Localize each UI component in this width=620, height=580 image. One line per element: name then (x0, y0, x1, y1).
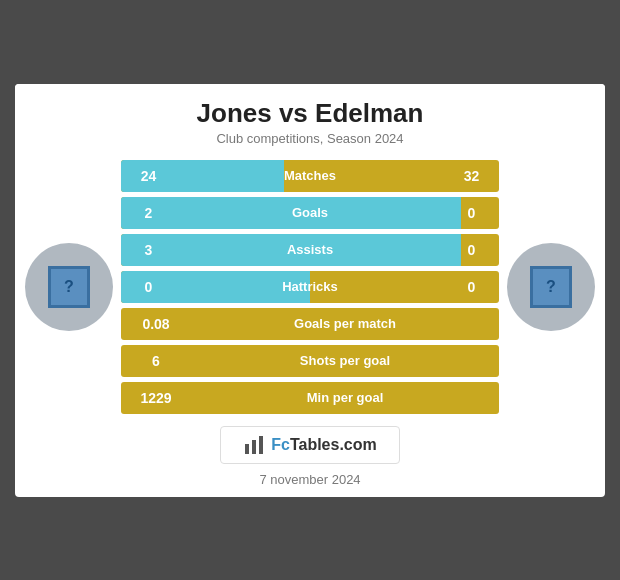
stat-val-left-goals: 2 (121, 197, 176, 229)
card-footer: FcTables.com 7 november 2024 (15, 426, 605, 487)
stat-row-goals: 2Goals0 (121, 197, 499, 229)
chart-icon (243, 434, 265, 456)
stat-row-min_per_goal: 1229Min per goal (121, 382, 499, 414)
footer-date: 7 november 2024 (259, 472, 360, 487)
branding-box: FcTables.com (220, 426, 400, 464)
player-left-placeholder: ? (64, 278, 74, 296)
stat-label-min_per_goal: Min per goal (191, 382, 499, 414)
stat-val-left-hattricks: 0 (121, 271, 176, 303)
card-subtitle: Club competitions, Season 2024 (25, 131, 595, 146)
player-left-icon: ? (48, 266, 90, 308)
stat-label-assists: Assists (176, 234, 444, 266)
stat-val-shots_per_goal: 6 (121, 345, 191, 377)
stat-row-matches: 24Matches32 (121, 160, 499, 192)
player-right-placeholder: ? (546, 278, 556, 296)
svg-rect-2 (259, 436, 263, 454)
stat-val-left-assists: 3 (121, 234, 176, 266)
stat-val-min_per_goal: 1229 (121, 382, 191, 414)
stat-val-goals_per_match: 0.08 (121, 308, 191, 340)
stat-val-right-assists: 0 (444, 234, 499, 266)
svg-rect-1 (252, 440, 256, 454)
comparison-card: Jones vs Edelman Club competitions, Seas… (15, 84, 605, 497)
stat-label-hattricks: Hattricks (176, 271, 444, 303)
svg-rect-0 (245, 444, 249, 454)
stat-label-shots_per_goal: Shots per goal (191, 345, 499, 377)
page-wrapper: Jones vs Edelman Club competitions, Seas… (0, 0, 620, 580)
stat-label-goals: Goals (176, 197, 444, 229)
card-header: Jones vs Edelman Club competitions, Seas… (15, 84, 605, 154)
stat-row-shots_per_goal: 6Shots per goal (121, 345, 499, 377)
players-and-stats: ? 24Matches322Goals03Assists00Hattricks0… (15, 154, 605, 420)
card-title: Jones vs Edelman (25, 98, 595, 129)
stat-val-right-goals: 0 (444, 197, 499, 229)
stat-row-hattricks: 0Hattricks0 (121, 271, 499, 303)
stat-val-right-matches: 32 (444, 160, 499, 192)
stat-row-goals_per_match: 0.08Goals per match (121, 308, 499, 340)
player-left-avatar: ? (25, 243, 113, 331)
player-right-avatar: ? (507, 243, 595, 331)
stat-row-assists: 3Assists0 (121, 234, 499, 266)
stat-val-left-matches: 24 (121, 160, 176, 192)
branding-text: FcTables.com (271, 436, 377, 454)
branding-tables: Tables.com (290, 436, 377, 453)
stat-val-right-hattricks: 0 (444, 271, 499, 303)
stat-label-matches: Matches (176, 160, 444, 192)
stats-block: 24Matches322Goals03Assists00Hattricks00.… (121, 160, 499, 414)
stat-label-goals_per_match: Goals per match (191, 308, 499, 340)
branding-fc: Fc (271, 436, 290, 453)
player-right-icon: ? (530, 266, 572, 308)
